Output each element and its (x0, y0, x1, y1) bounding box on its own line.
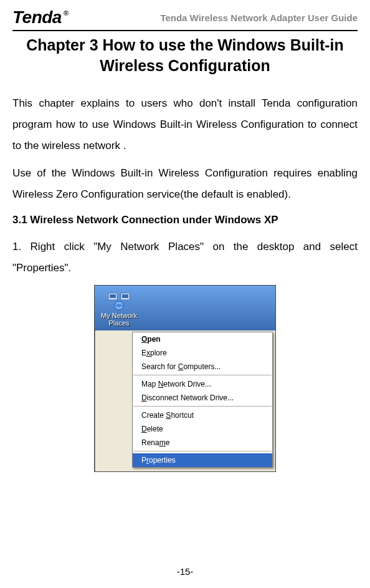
menu-map-drive[interactable]: Map Network Drive... (133, 377, 272, 391)
desktop-area: My Network Places (95, 286, 275, 330)
brand-logo: Tenda® (12, 7, 69, 27)
paragraph-intro-1: This chapter explains to users who don't… (12, 93, 358, 157)
svg-rect-3 (122, 294, 128, 298)
menu-delete[interactable]: Delete (133, 422, 272, 436)
svg-rect-2 (110, 294, 116, 298)
page-number: -15- (0, 566, 370, 577)
section-title: 3.1 Wireless Network Connection under Wi… (12, 214, 358, 226)
desktop-icon-label: My Network Places (97, 312, 141, 327)
menu-properties[interactable]: Properties (133, 453, 272, 467)
menu-search-computers[interactable]: Search for Computers... (133, 360, 272, 374)
step-1-text: 1. Right click "My Network Places" on th… (12, 236, 358, 279)
header-bar: Tenda® Tenda Wireless Network Adapter Us… (12, 7, 358, 27)
menu-separator-3 (133, 451, 272, 452)
menu-separator-2 (133, 406, 272, 407)
context-menu: Open Explore Search for Computers... Map… (132, 332, 273, 468)
menu-open[interactable]: Open (133, 332, 272, 346)
menu-rename[interactable]: Rename (133, 436, 272, 450)
chapter-title: Chapter 3 How to use the Windows Built-i… (16, 35, 354, 75)
menu-disconnect-drive[interactable]: Disconnect Network Drive... (133, 391, 272, 405)
menu-explore[interactable]: Explore (133, 346, 272, 360)
screenshot-figure: My Network Places Open Explore Search fo… (94, 285, 276, 472)
network-places-glyph (107, 289, 131, 311)
header-rule (12, 30, 358, 31)
menu-create-shortcut[interactable]: Create Shortcut (133, 408, 272, 422)
my-network-places-icon[interactable]: My Network Places (97, 289, 141, 327)
document-title: Tenda Wireless Network Adapter User Guid… (160, 12, 358, 23)
brand-text: Tenda (12, 7, 62, 27)
paragraph-intro-2: Use of the Windows Built-in Wireless Con… (12, 163, 358, 205)
menu-separator-1 (133, 375, 272, 376)
